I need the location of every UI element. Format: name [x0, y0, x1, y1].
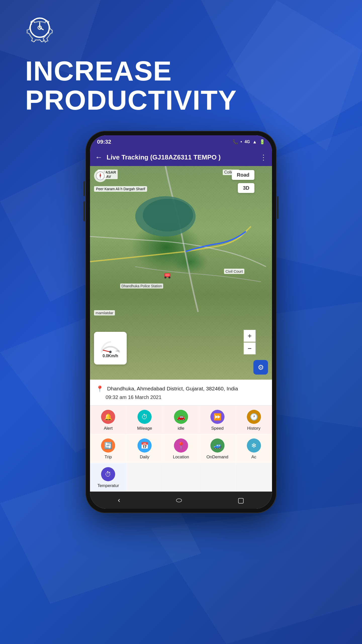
temperature-label: Temperatur: [97, 483, 119, 488]
svg-rect-19: [165, 274, 170, 276]
map-label-mamlatdar: mamlatdar: [94, 310, 115, 315]
app-top-bar: ← Live Tracking (GJ18AZ6311 TEMPO ) ⋮: [90, 148, 272, 166]
daily-icon: 📅: [138, 438, 152, 453]
mileage-label: Mileage: [137, 426, 152, 431]
status-time: 09:32: [97, 139, 111, 145]
history-button[interactable]: 🕐 History: [236, 406, 272, 434]
logo-icon: [25, 15, 237, 49]
idle-label: idle: [178, 426, 184, 431]
more-options-button[interactable]: ⋮: [260, 153, 267, 162]
3d-view-button[interactable]: 3D: [238, 183, 254, 193]
location-label: Location: [173, 455, 189, 460]
status-icons: 📞 • 4G ▲ 🔋: [233, 139, 265, 145]
map-label-peer: Peer Karam Ali h Dargah Sharif: [94, 186, 147, 192]
ac-icon: ❄: [247, 438, 261, 453]
speed-value: 0.0Km/h: [103, 354, 118, 358]
volume-down-button[interactable]: [83, 201, 85, 221]
battery-icon: 🔋: [259, 139, 265, 145]
hero-section: INCREASE PRODUCTIVITY: [25, 15, 237, 114]
address-row: 📍 Dhandhuka, Ahmedabad District, Gujarat…: [96, 385, 266, 392]
trip-button[interactable]: 🔄 Trip: [90, 434, 126, 463]
power-button[interactable]: [277, 196, 279, 219]
speed-label: Speed: [211, 426, 223, 431]
empty-cell-1: [126, 463, 163, 492]
ondemand-icon: 🚙: [210, 438, 224, 453]
page-title: Live Tracking (GJ18AZ6311 TEMPO ): [107, 153, 256, 161]
mileage-icon: ⏱: [138, 410, 152, 424]
map-view[interactable]: PIRASAR TALAV College Peer Karam Ali h D…: [90, 166, 272, 380]
speed-button[interactable]: ⏩ Speed: [199, 406, 236, 434]
mileage-button[interactable]: ⏱ Mileage: [126, 406, 163, 434]
headline-line1: INCREASE: [25, 56, 237, 86]
signal-bars-icon: ▲: [252, 139, 257, 145]
location-button[interactable]: 📍 Location: [163, 434, 199, 463]
home-nav-button[interactable]: ⬭: [176, 496, 182, 504]
idle-button[interactable]: 🚗 idle: [163, 406, 199, 434]
speed-icon: ⏩: [210, 410, 224, 424]
road-view-button[interactable]: Road: [232, 170, 254, 180]
recent-apps-button[interactable]: ▢: [238, 496, 244, 504]
phone-nav-bar: ‹ ⬭ ▢: [90, 492, 272, 509]
empty-cell-3: [199, 463, 236, 492]
action-grid-row2: 🔄 Trip 📅 Daily 📍 Location 🚙 OnDemand ❄: [90, 434, 272, 463]
address-text: Dhandhuka, Ahmedabad District, Gujarat, …: [107, 385, 238, 392]
status-bar: 09:32 📞 • 4G ▲ 🔋: [90, 135, 272, 148]
alert-label: Alert: [104, 426, 113, 431]
ondemand-button[interactable]: 🚙 OnDemand: [199, 434, 236, 463]
zoom-in-button[interactable]: +: [244, 330, 256, 342]
temperature-icon: ⏱: [101, 467, 115, 481]
idle-icon: 🚗: [174, 410, 188, 424]
ac-label: Ac: [251, 455, 256, 460]
volume-up-button[interactable]: [83, 181, 85, 196]
trip-label: Trip: [105, 455, 112, 460]
phone-outer: 09:32 📞 • 4G ▲ 🔋 ← Live Tracking (GJ18AZ…: [85, 131, 277, 513]
svg-point-23: [109, 351, 112, 353]
location-icon: 📍: [174, 438, 188, 453]
headline-line2: PRODUCTIVITY: [25, 86, 237, 115]
empty-cell-4: [236, 463, 272, 492]
settings-float-button[interactable]: ⚙: [253, 360, 268, 375]
headline: INCREASE PRODUCTIVITY: [25, 56, 237, 114]
speedometer-widget: 180 0.0Km/h: [94, 332, 127, 365]
dot-status: •: [241, 139, 242, 145]
map-label-civil: Civil Court: [224, 269, 244, 274]
empty-cell-2: [163, 463, 199, 492]
ondemand-label: OnDemand: [206, 455, 228, 460]
map-label-police: Dhandhuka Police Station: [120, 284, 163, 289]
svg-point-20: [164, 276, 166, 278]
svg-point-21: [168, 276, 170, 278]
daily-label: Daily: [140, 455, 149, 460]
compass-icon: [94, 170, 107, 182]
svg-text:180: 180: [116, 350, 119, 352]
svg-point-14: [143, 199, 193, 231]
daily-button[interactable]: 📅 Daily: [126, 434, 163, 463]
datetime-text: 09:32 am 16 March 2021: [96, 394, 266, 400]
ac-button[interactable]: ❄ Ac: [236, 434, 272, 463]
back-button[interactable]: ←: [95, 153, 103, 162]
history-icon: 🕐: [247, 410, 261, 424]
temperature-button[interactable]: ⏱ Temperatur: [90, 463, 126, 492]
4g-icon: 4G: [245, 140, 250, 144]
vehicle-marker: [163, 271, 172, 280]
phone-status-icon: 📞: [233, 139, 238, 145]
history-label: History: [247, 426, 260, 431]
alert-button[interactable]: 🔔 Alert: [90, 406, 126, 434]
action-grid-row1: 🔔 Alert ⏱ Mileage 🚗 idle ⏩ Speed 🕐: [90, 405, 272, 434]
info-card: 📍 Dhandhuka, Ahmedabad District, Gujarat…: [90, 380, 272, 405]
location-pin-icon: 📍: [96, 385, 104, 392]
action-grid-row3: ⏱ Temperatur: [90, 463, 272, 492]
back-nav-button[interactable]: ‹: [118, 496, 120, 504]
alert-icon: 🔔: [101, 410, 115, 424]
trip-icon: 🔄: [101, 438, 115, 453]
phone-screen: 09:32 📞 • 4G ▲ 🔋 ← Live Tracking (GJ18AZ…: [90, 135, 272, 509]
phone-container: 09:32 📞 • 4G ▲ 🔋 ← Live Tracking (GJ18AZ…: [85, 131, 277, 513]
zoom-out-button[interactable]: −: [244, 342, 256, 354]
map-zoom-controls: + −: [244, 330, 256, 354]
